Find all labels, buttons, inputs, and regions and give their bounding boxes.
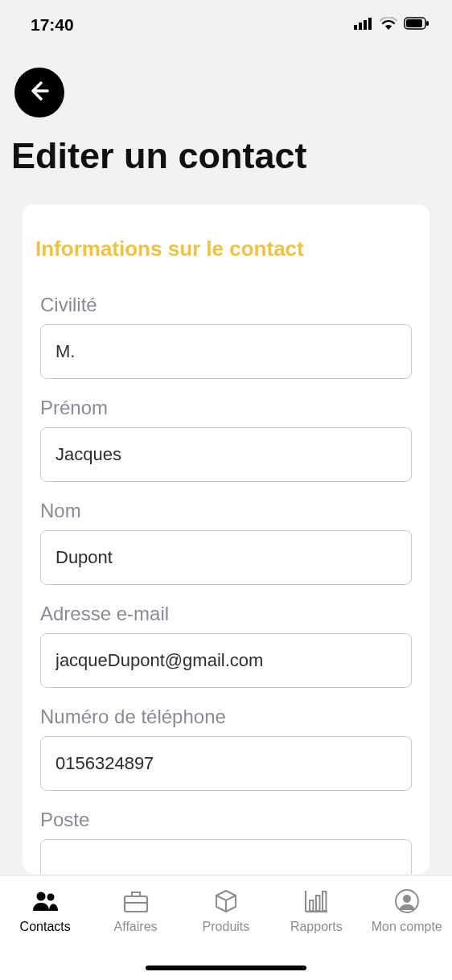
position-label: Poste xyxy=(40,809,412,831)
position-group: Poste xyxy=(34,809,418,874)
svg-rect-14 xyxy=(316,896,320,911)
svg-rect-2 xyxy=(364,20,367,30)
svg-rect-3 xyxy=(368,18,372,30)
civility-input[interactable] xyxy=(40,324,412,379)
page-title: Editer un contact xyxy=(0,117,452,177)
svg-rect-13 xyxy=(310,900,314,911)
svg-rect-0 xyxy=(354,25,357,30)
bottom-nav: Contacts Affaires Produits Rapports Mon … xyxy=(0,875,452,980)
nav-affaires-label: Affaires xyxy=(114,920,158,934)
nav-rapports-label: Rapports xyxy=(290,920,343,934)
contacts-icon xyxy=(31,887,59,915)
svg-rect-6 xyxy=(426,21,429,26)
nav-compte[interactable]: Mon compte xyxy=(363,887,451,934)
nav-contacts[interactable]: Contacts xyxy=(1,887,89,934)
lastname-group: Nom xyxy=(34,500,418,585)
status-bar: 17:40 xyxy=(0,0,452,43)
box-icon xyxy=(212,887,240,915)
section-title: Informations sur le contact xyxy=(34,237,418,261)
svg-rect-1 xyxy=(359,23,362,30)
wifi-icon xyxy=(380,17,397,33)
nav-compte-label: Mon compte xyxy=(372,920,442,934)
firstname-label: Prénom xyxy=(40,397,412,419)
battery-icon xyxy=(404,17,429,33)
phone-label: Numéro de téléphone xyxy=(40,706,412,728)
nav-contacts-label: Contacts xyxy=(20,920,71,934)
home-indicator[interactable] xyxy=(146,966,306,970)
account-icon xyxy=(393,887,421,915)
svg-rect-9 xyxy=(125,896,147,912)
svg-point-7 xyxy=(37,892,46,901)
phone-input[interactable] xyxy=(40,736,412,791)
status-indicators xyxy=(354,17,429,33)
email-group: Adresse e-mail xyxy=(34,603,418,688)
svg-point-17 xyxy=(403,895,411,903)
svg-rect-15 xyxy=(323,891,327,911)
firstname-input[interactable] xyxy=(40,427,412,482)
lastname-input[interactable] xyxy=(40,530,412,585)
back-button[interactable] xyxy=(14,68,64,117)
firstname-group: Prénom xyxy=(34,397,418,482)
arrow-left-icon xyxy=(27,79,51,106)
contact-info-card: Informations sur le contact Civilité Pré… xyxy=(23,204,429,874)
lastname-label: Nom xyxy=(40,500,412,522)
nav-rapports[interactable]: Rapports xyxy=(272,887,360,934)
email-input[interactable] xyxy=(40,633,412,688)
nav-affaires[interactable]: Affaires xyxy=(92,887,180,934)
svg-point-8 xyxy=(47,894,55,901)
cellular-icon xyxy=(354,17,373,33)
briefcase-icon xyxy=(122,887,150,915)
phone-group: Numéro de téléphone xyxy=(34,706,418,791)
nav-produits[interactable]: Produits xyxy=(182,887,270,934)
email-label: Adresse e-mail xyxy=(40,603,412,625)
position-input[interactable] xyxy=(40,839,412,874)
svg-rect-5 xyxy=(406,19,422,27)
status-time: 17:40 xyxy=(31,15,74,35)
chart-icon xyxy=(302,887,330,915)
nav-produits-label: Produits xyxy=(203,920,250,934)
civility-group: Civilité xyxy=(34,294,418,379)
civility-label: Civilité xyxy=(40,294,412,316)
